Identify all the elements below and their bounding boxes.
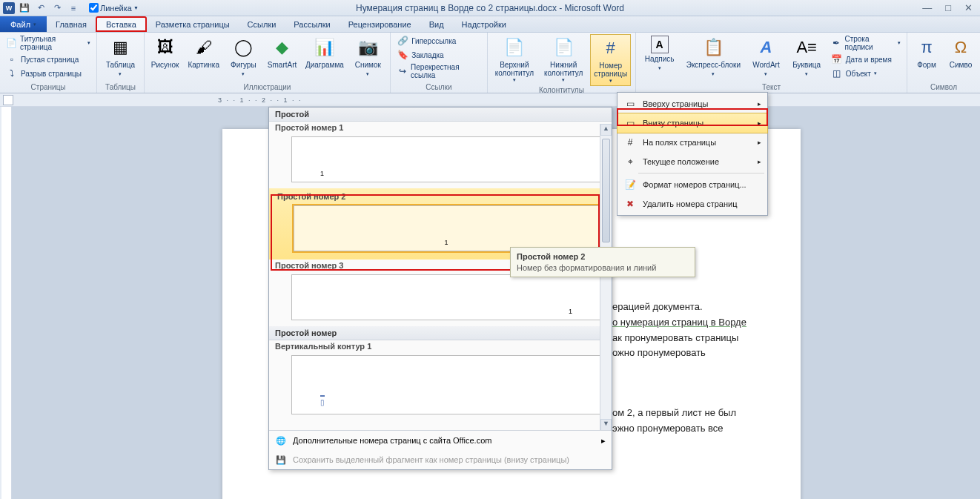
submenu-page-margins[interactable]: #На полях страницы▸ xyxy=(618,133,767,152)
tab-file[interactable]: Файл ▾ xyxy=(0,16,47,32)
qat-undo-icon[interactable]: ↶ xyxy=(34,2,47,14)
header-button[interactable]: 📄Верхний колонтитул▾ xyxy=(492,34,537,85)
symbol-button[interactable]: ΩСимво xyxy=(946,34,976,70)
qat-save-icon[interactable]: 💾 xyxy=(18,2,31,14)
tab-addins[interactable]: Надстройки xyxy=(453,16,515,32)
wordart-button[interactable]: AWordArt ▾ xyxy=(748,34,784,79)
page-number-gallery: Простой Простой номер 1 1 Простой номер … xyxy=(268,107,612,470)
group-illustrations: 🖼Рисунок 🖌Картинка ◯Фигуры ▾ ◆SmartArt 📊… xyxy=(145,33,391,93)
title-bar: W 💾 ↶ ↷ ≡ Линейка ▼ Нумерация страниц в … xyxy=(0,0,980,16)
format-icon: 📝 xyxy=(623,178,637,191)
blank-page-button[interactable]: ▫Пустая страница xyxy=(4,53,92,66)
bookmark-button[interactable]: 🔖Закладка xyxy=(395,48,482,62)
gallery-item-2[interactable]: 1 xyxy=(294,205,599,251)
date-time-button[interactable]: 📅Дата и время xyxy=(830,53,902,66)
equation-button[interactable]: πФорм xyxy=(912,34,941,70)
header-icon: 📄 xyxy=(503,36,526,59)
tab-view[interactable]: Вид xyxy=(420,16,453,32)
submenu-top-of-page[interactable]: ▭Вверху страницы▸ xyxy=(618,94,767,113)
crossref-button[interactable]: ↪Перекрестная ссылка xyxy=(395,62,482,80)
quickparts-button[interactable]: 📋Экспресс-блоки ▾ xyxy=(683,34,744,79)
tab-layout[interactable]: Разметка страницы xyxy=(147,16,239,32)
tab-home[interactable]: Главная xyxy=(47,16,96,32)
signature-line-button[interactable]: ✒Строка подписи ▾ xyxy=(830,34,902,52)
calendar-icon: 📅 xyxy=(831,53,843,65)
smartart-button[interactable]: ◆SmartArt xyxy=(265,34,299,70)
bottom-page-icon: ▭ xyxy=(623,116,637,130)
gallery-tooltip: Простой номер 2 Номер без форматирования… xyxy=(510,247,695,277)
shapes-icon: ◯ xyxy=(231,36,255,59)
group-label-symbols: Символ xyxy=(912,83,976,93)
picture-button[interactable]: 🖼Рисунок xyxy=(149,34,182,70)
tab-insert[interactable]: Вставка xyxy=(96,16,147,32)
clipart-button[interactable]: 🖌Картинка xyxy=(186,34,222,70)
submenu-remove-numbers[interactable]: ✖Удалить номера страниц xyxy=(618,194,767,214)
chart-button[interactable]: 📊Диаграмма xyxy=(303,34,345,70)
smartart-icon: ◆ xyxy=(271,36,294,59)
page-number-submenu: ▭Вверху страницы▸ ▭Внизу страницы▸ #На п… xyxy=(617,92,768,216)
close-icon[interactable]: ✕ xyxy=(964,2,973,13)
gallery-item-3[interactable]: 1 xyxy=(291,274,601,320)
gallery-item-1-label: Простой номер 1 xyxy=(269,122,612,135)
table-icon: ▦ xyxy=(108,36,132,59)
tab-references[interactable]: Ссылки xyxy=(239,16,285,32)
submenu-separator xyxy=(638,173,764,174)
margins-icon: # xyxy=(623,136,637,149)
qat-customize-icon[interactable]: ≡ xyxy=(67,2,80,14)
submenu-bottom-of-page[interactable]: ▭Внизу страницы▸ xyxy=(617,113,768,133)
ruler-checkbox[interactable]: Линейка ▼ xyxy=(89,3,139,13)
gallery-item-2-label: Простой номер 2 xyxy=(271,191,609,204)
gallery-item-4[interactable]: ▯ xyxy=(291,355,601,414)
group-header-footer: 📄Верхний колонтитул▾ 📄Нижний колонтитул▾… xyxy=(488,33,636,93)
group-pages: 📄Титульная страница ▾ ▫Пустая страница ⤵… xyxy=(0,33,97,93)
minimize-icon[interactable]: — xyxy=(922,2,932,13)
more-from-office-button[interactable]: 🌐 Дополнительные номера страниц с сайта … xyxy=(269,431,612,450)
group-tables: ▦Таблица ▾ Таблицы xyxy=(97,33,145,93)
horizontal-ruler[interactable]: 3 · · 1 · · 2 · · 1 · · · · 17 · · · xyxy=(0,93,980,107)
picture-icon: 🖼 xyxy=(153,36,177,59)
page-number-button[interactable]: #Номер страницы▾ xyxy=(590,34,631,86)
ribbon-tabs: Файл ▾ Главная Вставка Разметка страницы… xyxy=(0,16,980,33)
group-symbols: πФорм ΩСимво Символ xyxy=(907,33,980,93)
save-icon: 💾 xyxy=(275,454,287,466)
gallery-item-1[interactable]: 1 xyxy=(291,136,601,182)
gallery-item-4-label: Вертикальный контур 1 xyxy=(269,340,612,354)
scroll-up-icon[interactable]: ▲ xyxy=(600,124,612,136)
gallery-scrollbar[interactable]: ▲ ▼ xyxy=(600,124,612,431)
textbox-button[interactable]: AНадпись ▾ xyxy=(640,34,678,73)
cover-page-button[interactable]: 📄Титульная страница ▾ xyxy=(4,34,92,52)
screenshot-icon: 📷 xyxy=(356,36,380,59)
screenshot-button[interactable]: 📷Снимок ▾ xyxy=(351,34,386,79)
group-links: 🔗Гиперссылка 🔖Закладка ↪Перекрестная ссы… xyxy=(391,33,487,93)
crossref-icon: ↪ xyxy=(397,65,408,77)
scroll-down-icon[interactable]: ▼ xyxy=(600,419,612,431)
submenu-current-position[interactable]: ⌖Текущее положение▸ xyxy=(618,152,767,171)
textbox-icon: A xyxy=(651,36,669,53)
ruler-tab-selector[interactable] xyxy=(3,95,13,105)
shapes-button[interactable]: ◯Фигуры ▾ xyxy=(226,34,261,79)
tab-mailings[interactable]: Рассылки xyxy=(285,16,339,32)
object-button[interactable]: ◫Объект ▾ xyxy=(830,67,902,80)
ruler-check-input[interactable] xyxy=(89,3,99,13)
page-number-icon: # xyxy=(599,36,623,60)
gallery-footer: 🌐 Дополнительные номера страниц с сайта … xyxy=(269,430,612,469)
group-label-tables: Таблицы xyxy=(102,83,139,93)
vertical-ruler[interactable] xyxy=(1,107,12,499)
hyperlink-button[interactable]: 🔗Гиперссылка xyxy=(395,34,482,47)
table-button[interactable]: ▦Таблица ▾ xyxy=(102,34,139,79)
maximize-icon[interactable]: □ xyxy=(945,2,951,13)
dropcap-icon: A≡ xyxy=(795,36,818,59)
link-icon: 🔗 xyxy=(397,35,408,47)
submenu-format-numbers[interactable]: 📝Формат номеров страниц... xyxy=(618,175,767,194)
symbol-icon: Ω xyxy=(949,36,973,59)
scroll-thumb[interactable] xyxy=(602,139,610,242)
qat-redo-icon[interactable]: ↷ xyxy=(50,2,64,14)
equation-icon: π xyxy=(915,36,938,59)
tab-review[interactable]: Рецензирование xyxy=(340,16,420,32)
group-label-pages: Страницы xyxy=(4,83,92,93)
page-break-button[interactable]: ⤵Разрыв страницы xyxy=(4,67,92,80)
object-icon: ◫ xyxy=(831,67,843,79)
footer-button[interactable]: 📄Нижний колонтитул▾ xyxy=(541,34,586,85)
gallery-header: Простой xyxy=(269,108,612,122)
dropcap-button[interactable]: A≡Буквица ▾ xyxy=(788,34,824,79)
